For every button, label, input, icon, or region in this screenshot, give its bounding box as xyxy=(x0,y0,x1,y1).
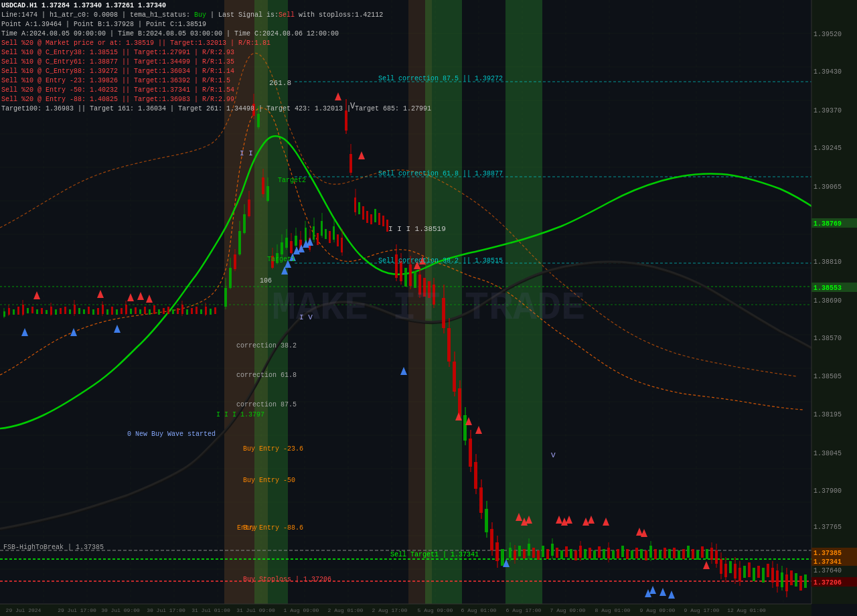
wave-iii-start: I I I 1.3797 xyxy=(216,411,264,418)
svg-rect-149 xyxy=(321,221,323,236)
svg-rect-40 xyxy=(505,0,542,604)
svg-rect-247 xyxy=(673,548,676,558)
svg-rect-89 xyxy=(158,309,160,315)
chart-container: MAKE IT TRADE xyxy=(0,0,857,616)
price-138553-highlight: 1.38553 xyxy=(813,285,842,292)
svg-rect-153 xyxy=(333,226,335,240)
svg-rect-152 xyxy=(329,231,331,243)
time-1aug-09: 1 Aug 09:00 xyxy=(284,607,319,613)
svg-rect-270 xyxy=(753,568,755,581)
svg-rect-285 xyxy=(804,574,807,588)
svg-rect-88 xyxy=(153,305,155,314)
buy-entry-236: Buy Entry -23.6 xyxy=(243,445,303,453)
time-6aug-01: 6 Aug 01:00 xyxy=(461,607,497,613)
svg-rect-156 xyxy=(341,238,343,252)
svg-rect-175 xyxy=(414,271,416,288)
time-2aug-01: 2 Aug 01:00 xyxy=(328,607,364,613)
time-29jul-17: 29 Jul 17:00 xyxy=(58,607,96,613)
svg-rect-148 xyxy=(317,233,319,245)
time-9aug-17: 9 Aug 17:00 xyxy=(684,607,720,613)
svg-rect-165 xyxy=(378,213,380,225)
wave-v-label: V xyxy=(551,451,556,459)
price-138690: 1.38690 xyxy=(813,297,842,305)
svg-rect-96 xyxy=(186,309,188,315)
chart-svg: Target2 Target1 261.8 106 I I I V I I I … xyxy=(0,0,857,616)
price-137900: 1.37900 xyxy=(813,487,842,495)
svg-rect-64 xyxy=(55,309,57,315)
svg-rect-59 xyxy=(36,309,38,314)
svg-rect-172 xyxy=(404,268,407,287)
svg-rect-61 xyxy=(46,310,48,314)
fsb-label: FSB-HighToBreak | 1.37385 xyxy=(3,544,104,551)
svg-rect-204 xyxy=(501,549,504,566)
svg-rect-164 xyxy=(374,209,376,222)
svg-rect-228 xyxy=(593,550,596,560)
wave-ii-label-left: I I xyxy=(240,149,253,157)
price-139430: 1.39430 xyxy=(813,68,842,76)
time-30jul-17: 30 Jul 17:00 xyxy=(147,607,185,613)
price-138505: 1.38505 xyxy=(813,373,842,380)
svg-rect-72 xyxy=(88,307,90,314)
svg-rect-91 xyxy=(167,307,169,314)
svg-rect-151 xyxy=(325,229,327,239)
time-29jul: 29 Jul 2024 xyxy=(6,607,42,613)
svg-rect-273 xyxy=(767,564,769,577)
svg-rect-70 xyxy=(78,308,80,314)
sell-corr-875: Sell correction 87.5 || 1.39272 xyxy=(378,75,503,82)
svg-rect-142 xyxy=(305,228,307,241)
time-9aug-09: 9 Aug 09:00 xyxy=(640,607,676,613)
price-138810: 1.38810 xyxy=(813,258,842,266)
buy-entry-886: Buy Entry -88.6 xyxy=(243,524,303,532)
time-31jul-01: 31 Jul 01:00 xyxy=(191,607,230,613)
svg-rect-283 xyxy=(795,573,797,587)
svg-rect-210 xyxy=(523,549,526,558)
svg-rect-37 xyxy=(254,0,288,604)
svg-rect-215 xyxy=(542,546,544,557)
svg-rect-254 xyxy=(706,549,708,559)
svg-rect-251 xyxy=(692,549,694,559)
svg-rect-51 xyxy=(8,308,10,315)
time-6aug-17: 6 Aug 17:00 xyxy=(506,607,542,613)
corr-618-label: correction 61.8 xyxy=(236,372,297,379)
svg-rect-94 xyxy=(181,305,183,314)
svg-rect-87 xyxy=(149,309,151,315)
corr-382-label: correction 38.2 xyxy=(236,342,297,350)
svg-rect-253 xyxy=(701,546,704,558)
svg-rect-269 xyxy=(748,562,751,577)
buy-stoploss-label: Buy Stoploss | 1.37206 xyxy=(243,576,331,583)
svg-rect-99 xyxy=(200,309,202,314)
time-12aug-01: 12 Aug 01:00 xyxy=(727,607,766,613)
svg-rect-68 xyxy=(74,305,76,314)
price-137385-highlight: 1.37385 xyxy=(813,550,842,557)
svg-rect-209 xyxy=(518,546,521,556)
svg-rect-86 xyxy=(144,307,146,314)
buy-wave-label: 0 New Buy Wave started xyxy=(127,431,216,438)
svg-rect-219 xyxy=(556,548,558,558)
price-138570: 1.38570 xyxy=(813,335,842,342)
svg-rect-92 xyxy=(172,309,174,314)
svg-rect-58 xyxy=(31,307,33,313)
svg-rect-245 xyxy=(664,548,666,558)
price-138195: 1.38195 xyxy=(813,411,842,418)
svg-rect-162 xyxy=(366,211,368,223)
svg-rect-75 xyxy=(102,305,104,314)
svg-rect-54 xyxy=(17,307,19,315)
svg-rect-160 xyxy=(358,202,360,214)
svg-rect-166 xyxy=(382,216,384,226)
price-137640: 1.37640 xyxy=(813,567,842,574)
time-8aug-01: 8 Aug 01:00 xyxy=(595,607,631,613)
svg-rect-155 xyxy=(337,234,339,246)
svg-rect-233 xyxy=(612,550,615,559)
svg-rect-146 xyxy=(313,226,315,240)
svg-rect-78 xyxy=(111,307,113,315)
svg-rect-53 xyxy=(13,309,15,315)
svg-rect-100 xyxy=(205,307,207,315)
svg-rect-222 xyxy=(570,549,572,558)
svg-rect-71 xyxy=(83,309,85,314)
price-138045: 1.38045 xyxy=(813,450,842,457)
price-137341-highlight: 1.37341 xyxy=(813,558,842,566)
time-7aug-09: 7 Aug 09:00 xyxy=(550,607,586,613)
svg-rect-178 xyxy=(423,278,426,297)
time-30jul-09: 30 Jul 09:00 xyxy=(101,607,140,613)
time-5aug-09: 5 Aug 09:00 xyxy=(418,607,453,613)
